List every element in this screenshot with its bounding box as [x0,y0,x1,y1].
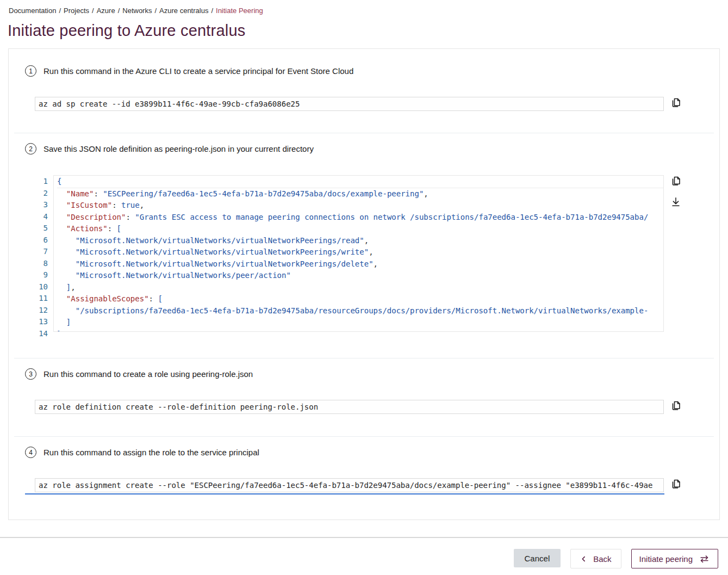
step-4-label: Run this command to assign the role to t… [43,448,259,457]
line-number-2: 2 [25,188,48,200]
step-1-header: 1 Run this command in the Azure CLI to c… [25,65,703,77]
breadcrumb-current: Initiate Peering [216,7,263,15]
horizontal-scrollbar[interactable] [25,493,664,494]
step-1-label: Run this command in the Azure CLI to cre… [43,66,353,76]
line-number-1: 1 [25,176,48,188]
code-line-6: "Microsoft.Network/virtualNetworks/virtu… [57,235,663,247]
step-2-copy-button[interactable] [670,175,682,187]
breadcrumb-separator: / [211,7,213,15]
footer-divider [0,537,728,538]
step-3-copy-button[interactable] [670,400,682,412]
code-line-4: "Description": "Grants ESC access to man… [57,212,663,224]
line-number-11: 11 [25,293,48,305]
breadcrumb-link-azure-centralus[interactable]: Azure centralus [159,7,208,15]
step-2-header: 2 Save this JSON role definition as peer… [25,143,703,154]
step-2-download-button[interactable] [670,196,682,208]
copy-icon [670,405,682,413]
copy-icon [670,102,682,110]
breadcrumb-link-documentation[interactable]: Documentation [9,7,56,15]
copy-icon [670,181,682,189]
step-4: 4 Run this command to assign the role to… [9,437,719,520]
json-editor: 1234567891011121314 { "Name": "ESCPeerin… [25,175,664,339]
initiate-peering-button[interactable]: Initiate peering [631,549,718,568]
code-line-1: { [57,176,663,188]
step-3-number-badge: 3 [25,368,36,380]
page-title: Initiate peering to Azure centralus [8,22,728,40]
cancel-button[interactable]: Cancel [514,549,561,567]
breadcrumb-link-projects[interactable]: Projects [64,7,89,15]
line-number-12: 12 [25,305,48,317]
step-4-command-box[interactable]: az role assignment create --role "ESCPee… [35,478,664,492]
step-1-number-badge: 1 [25,65,36,77]
step-1: 1 Run this command in the Azure CLI to c… [9,49,719,133]
code-line-7: "Microsoft.Network/virtualNetworks/virtu… [57,246,663,258]
breadcrumb-separator: / [59,7,61,15]
step-4-copy-button[interactable] [670,478,682,490]
back-button[interactable]: Back [570,549,621,568]
wizard-card: 1 Run this command in the Azure CLI to c… [8,48,720,520]
line-number-4: 4 [25,211,48,223]
breadcrumb-separator: / [118,7,120,15]
chevron-left-icon [580,555,587,563]
line-number-5: 5 [25,222,48,234]
download-icon [670,201,682,209]
code-line-12: "/subscriptions/fa7eed6a-1ec5-4efa-b71a-… [57,305,663,317]
step-4-header: 4 Run this command to assign the role to… [25,447,703,458]
code-line-3: "IsCustom": true, [57,200,663,212]
back-button-label: Back [593,554,611,564]
step-2: 2 Save this JSON role definition as peer… [9,133,719,358]
line-number-13: 13 [25,316,48,328]
step-3-command-box[interactable]: az role definition create --role-definit… [35,400,664,414]
breadcrumb: Documentation/Projects/Azure/Networks/Az… [0,0,728,15]
code-line-11: "AssignableScopes": [ [57,293,663,305]
line-number-8: 8 [25,258,48,270]
step-2-number-badge: 2 [25,143,36,154]
line-number-6: 6 [25,234,48,246]
cancel-button-label: Cancel [525,554,550,563]
line-number-9: 9 [25,269,48,281]
code-line-8: "Microsoft.Network/virtualNetworks/virtu… [57,258,663,270]
code-line-14: } [57,329,663,332]
line-number-7: 7 [25,246,48,258]
code-line-13: ] [57,317,663,329]
editor-code-area[interactable]: { "Name": "ESCPeering/fa7eed6a-1ec5-4efa… [53,175,664,332]
step-2-label: Save this JSON role definition as peerin… [43,144,314,153]
code-line-2: "Name": "ESCPeering/fa7eed6a-1ec5-4efa-b… [57,188,663,200]
breadcrumb-link-azure[interactable]: Azure [97,7,115,15]
footer-actions: Cancel Back Initiate peering [0,549,718,568]
editor-line-number-gutter: 1234567891011121314 [25,175,53,339]
line-number-10: 10 [25,281,48,293]
line-number-14: 14 [25,328,48,340]
initiate-peering-button-label: Initiate peering [639,554,693,564]
swap-arrows-icon [699,554,710,564]
step-3-header: 3 Run this command to create a role usin… [25,368,703,380]
breadcrumb-separator: / [92,7,94,15]
breadcrumb-link-networks[interactable]: Networks [122,7,152,15]
copy-icon [670,484,682,492]
code-line-9: "Microsoft.Network/virtualNetworks/peer/… [57,270,663,282]
breadcrumb-separator: / [154,7,157,15]
code-line-10: ], [57,282,663,294]
step-1-copy-button[interactable] [670,97,682,109]
step-3-label: Run this command to create a role using … [43,369,253,379]
step-3: 3 Run this command to create a role usin… [9,358,719,436]
step-1-command-box[interactable]: az ad sp create --id e3899b11-4f6c-49ae-… [35,97,664,111]
line-number-3: 3 [25,199,48,211]
code-line-5: "Actions": [ [57,223,663,235]
step-4-number-badge: 4 [25,447,36,458]
